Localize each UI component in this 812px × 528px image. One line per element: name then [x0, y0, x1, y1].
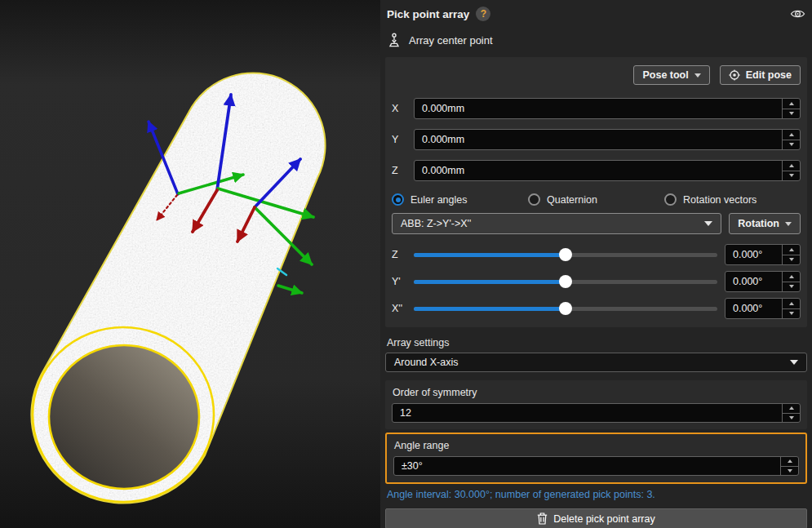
edit-pose-label: Edit pose [746, 69, 792, 81]
radio-unselected-icon [528, 193, 540, 206]
radio-quaternion[interactable]: Quaternion [528, 193, 664, 206]
panel-title: Pick point array [387, 8, 469, 20]
slider-z-label: Z [392, 249, 414, 260]
chevron-down-icon [785, 222, 792, 226]
slider-row-z: Z [392, 244, 801, 265]
radio-rotation-vectors[interactable]: Rotation vectors [664, 193, 801, 206]
tube-inner-bore [49, 345, 199, 489]
radio-label: Euler angles [410, 194, 468, 206]
spin-down-button[interactable] [783, 282, 800, 292]
angle-range-label: Angle range [394, 440, 799, 451]
slider-x2[interactable] [414, 298, 717, 319]
array-center-point-label: Array center point [409, 34, 493, 47]
array-axis-value: Around X-axis [394, 357, 459, 368]
pose-tool-dropdown[interactable]: Pose tool [633, 65, 709, 85]
spin-up-button[interactable] [783, 299, 800, 309]
y-spinbox [414, 129, 801, 150]
help-icon[interactable]: ? [476, 7, 490, 21]
edit-pose-icon [729, 69, 740, 81]
position-row-z: Z [392, 160, 801, 181]
pose-groupbox: Pose tool Edit pose X [385, 57, 807, 327]
radio-selected-icon [392, 193, 404, 206]
euler-convention-row: ABB: Z->Y'->X'' Rotation [392, 213, 801, 234]
chevron-down-icon [790, 360, 798, 365]
point-cloud-viewport[interactable] [0, 0, 380, 528]
slider-handle[interactable] [559, 275, 572, 288]
z-spinner [782, 161, 800, 180]
position-row-x: X [392, 98, 801, 119]
spinner [782, 404, 800, 422]
spin-up-button[interactable] [783, 161, 800, 171]
spin-up-button[interactable] [783, 404, 800, 414]
rotation-dropdown[interactable]: Rotation [729, 213, 801, 234]
slider-y1-label: Y' [392, 276, 414, 287]
order-of-symmetry-label: Order of symmetry [393, 387, 801, 398]
spin-down-button[interactable] [783, 140, 800, 150]
spin-up-button[interactable] [783, 272, 800, 282]
z-input[interactable] [415, 161, 782, 180]
array-settings-label: Array settings [387, 337, 805, 348]
panel-header: Pick point array ? [385, 0, 807, 26]
spinner [782, 299, 800, 318]
slider-y1[interactable] [414, 271, 717, 292]
y-label: Y [392, 134, 414, 145]
angle-range-group-highlighted: Angle range [385, 433, 807, 484]
spinner [782, 245, 800, 264]
x-spinbox [414, 98, 801, 119]
radio-label: Rotation vectors [683, 194, 757, 206]
slider-z[interactable] [414, 244, 717, 265]
slider-handle[interactable] [559, 302, 572, 315]
x-input[interactable] [415, 99, 782, 118]
slider-row-x2: X'' [392, 298, 801, 319]
radio-euler-angles[interactable]: Euler angles [392, 193, 528, 206]
array-center-point-row: Array center point [385, 29, 807, 51]
slider-y1-input[interactable] [725, 272, 782, 291]
euler-convention-select[interactable]: ABB: Z->Y'->X'' [392, 213, 721, 234]
slider-row-y1: Y' [392, 271, 801, 292]
angle-range-input[interactable] [394, 457, 780, 475]
spin-up-button[interactable] [783, 245, 800, 255]
spin-down-button[interactable] [781, 467, 798, 476]
angle-interval-info: Angle interval: 30.000°; number of gener… [387, 489, 805, 500]
order-of-symmetry-input[interactable] [393, 404, 782, 422]
spinner [782, 272, 800, 291]
radio-unselected-icon [664, 193, 677, 206]
slider-x2-label: X'' [392, 303, 414, 314]
spin-down-button[interactable] [783, 309, 800, 319]
delete-pick-point-array-button[interactable]: Delete pick point array [385, 508, 807, 528]
slider-y1-spinbox [725, 271, 801, 292]
order-of-symmetry-group: Order of symmetry [385, 380, 807, 429]
slider-fill [414, 307, 566, 311]
rotation-label: Rotation [738, 218, 779, 229]
spin-up-button[interactable] [783, 130, 800, 140]
spin-down-button[interactable] [783, 255, 800, 265]
spin-down-button[interactable] [783, 171, 800, 181]
position-row-y: Y [392, 129, 801, 150]
slider-fill [414, 253, 566, 257]
slider-z-spinbox [725, 244, 801, 265]
euler-convention-value: ABB: Z->Y'->X'' [401, 218, 471, 229]
slider-x2-input[interactable] [725, 299, 782, 318]
spin-up-button[interactable] [781, 457, 798, 467]
chevron-down-icon [704, 221, 712, 226]
y-input[interactable] [415, 130, 782, 149]
chevron-down-icon [694, 73, 701, 78]
edit-pose-button[interactable]: Edit pose [720, 65, 801, 85]
angle-range-spinbox [393, 456, 799, 476]
spin-up-button[interactable] [783, 99, 800, 109]
scene-3d [0, 0, 380, 528]
x-label: X [392, 103, 414, 114]
spin-down-button[interactable] [783, 414, 800, 423]
radio-label: Quaternion [547, 194, 597, 206]
array-axis-select[interactable]: Around X-axis [385, 353, 807, 372]
slider-fill [414, 280, 566, 284]
spinner [780, 457, 798, 475]
y-spinner [782, 130, 800, 149]
spin-down-button[interactable] [783, 109, 800, 119]
x-spinner [782, 99, 800, 118]
slider-z-input[interactable] [725, 245, 782, 264]
visibility-eye-icon[interactable] [790, 8, 805, 20]
pose-tool-label: Pose tool [642, 69, 688, 81]
pick-point-array-panel: Pick point array ? Array center point Po… [380, 0, 812, 528]
slider-handle[interactable] [559, 248, 572, 261]
